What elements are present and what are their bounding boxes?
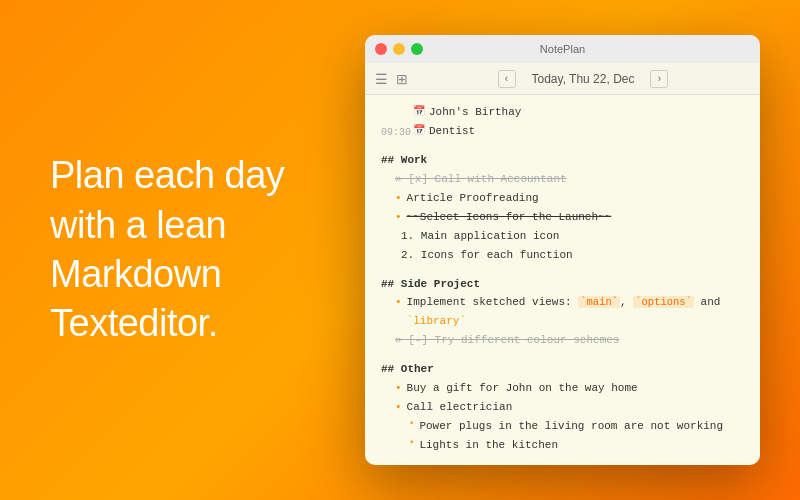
title-bar: NotePlan [365,35,760,63]
nav-next-button[interactable]: › [650,70,668,88]
event-2-time: 09:30 [381,122,413,141]
app-window: NotePlan ☰ ⊞ ‹ Today, Thu 22, Dec › 📅 Jo… [365,35,760,465]
editor-content[interactable]: 📅 John's Birthay 09:30 📅 Dentist ## Work… [365,95,760,465]
other-subitem-2: • Lights in the kitchen [381,436,744,455]
other-item-1: • Buy a gift for John on the way home [381,379,744,398]
calendar-icon-1: 📅 [413,103,425,120]
nav-prev-button[interactable]: ‹ [498,70,516,88]
sport-heading: ## Sport [381,461,744,465]
compose-icon[interactable]: ⊞ [396,71,408,87]
bullet-icon: • [395,189,402,208]
hero-text-block: Plan each day with a lean Markdown Texte… [50,151,350,349]
bullet-icon: • [395,293,402,312]
toolbar: ☰ ⊞ ‹ Today, Thu 22, Dec › [365,63,760,95]
sidebar-toggle-icon[interactable]: ☰ [375,71,388,87]
minimize-button[interactable] [393,43,405,55]
calendar-event-2: 09:30 📅 Dentist [381,122,744,141]
bullet-icon: • [395,208,402,227]
work-subitem-1: 1. Main application icon [381,227,744,246]
sideproject-item-2: » [-] Try different colour schemes [381,331,744,350]
bullet-icon: • [395,379,402,398]
sideproject-item-1: • Implement sketched views: `main`, `opt… [381,293,744,331]
other-subitem-1: • Power plugs in the living room are not… [381,417,744,436]
bullet-icon: • [395,398,402,417]
sideproject-heading: ## Side Project [381,271,744,294]
work-item-3: • ~~Select Icons for the Launch~~ [381,208,744,227]
sub-bullet-icon: • [409,417,414,432]
work-subitem-2: 2. Icons for each function [381,246,744,265]
calendar-event-1: 📅 John's Birthay [381,103,744,122]
hero-headline: Plan each day with a lean Markdown Texte… [50,151,350,349]
work-heading: ## Work [381,147,744,170]
other-item-2: • Call electrician [381,398,744,417]
work-item-1: » [x] Call with Accountant [381,170,744,189]
other-heading: ## Other [381,356,744,379]
date-nav: ‹ Today, Thu 22, Dec › [416,70,750,88]
maximize-button[interactable] [411,43,423,55]
sub-bullet-icon: • [409,436,414,451]
traffic-lights [375,43,423,55]
nav-date-label: Today, Thu 22, Dec [524,70,643,88]
event-2-text: Dentist [429,122,475,141]
calendar-icon-2: 📅 [413,122,425,139]
work-item-2: • Article Proofreading [381,189,744,208]
event-1-text: John's Birthay [429,103,521,122]
window-title: NotePlan [540,43,585,55]
close-button[interactable] [375,43,387,55]
